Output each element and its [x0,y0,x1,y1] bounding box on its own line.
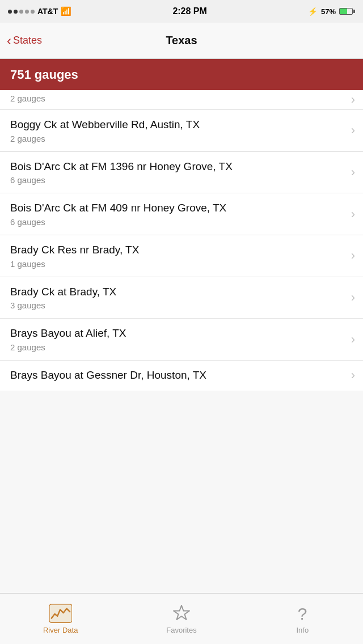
partial-item-subtitle: 2 gauges [10,94,45,103]
tab-info[interactable]: ? Info [242,594,363,644]
item-subtitle: 2 gauges [10,342,340,352]
tab-favorites[interactable]: Favorites [121,594,242,644]
chevron-right-icon: › [351,368,355,383]
chevron-right-icon: › [351,248,355,263]
item-subtitle: 3 gauges [10,300,340,310]
carrier-label: AT&T [37,7,58,16]
item-title: Bois D'Arc Ck at FM 409 nr Honey Grove, … [10,201,340,215]
tab-river-data-label: River Data [43,626,78,634]
page-title: Texas [166,34,197,47]
list-item[interactable]: Bois D'Arc Ck at FM 409 nr Honey Grove, … [0,193,363,235]
status-left: AT&T 📶 [8,6,71,16]
svg-marker-1 [174,605,189,620]
svg-rect-0 [49,604,72,622]
time-label: 2:28 PM [172,6,206,16]
tab-favorites-label: Favorites [166,626,196,634]
back-label: States [13,35,42,46]
item-subtitle: 2 gauges [10,134,340,143]
main-content: 751 gauges 2 gauges › Boggy Ck at Webber… [0,59,363,593]
signal-icon [8,10,35,14]
info-icon: ? [291,603,314,624]
list-item[interactable]: Brady Ck Res nr Brady, TX 1 gauges › [0,235,363,277]
gauge-header: 751 gauges [0,59,363,90]
tab-info-label: Info [296,626,309,634]
partial-list-item[interactable]: 2 gauges › [0,90,363,110]
tab-bar: River Data Favorites ? Info [0,593,363,644]
status-bar: AT&T 📶 2:28 PM ⚡ 57% [0,0,363,23]
bluetooth-icon: ⚡ [308,7,318,16]
chevron-right-icon: › [351,207,355,222]
gauge-count: 751 gauges [10,67,78,82]
back-chevron-icon: ‹ [7,33,11,49]
chevron-right-icon: › [351,92,355,107]
chevron-right-icon: › [351,123,355,138]
chevron-right-icon: › [351,165,355,180]
item-subtitle: 6 gauges [10,175,340,185]
svg-text:?: ? [298,604,307,623]
list-item[interactable]: Brady Ck at Brady, TX 3 gauges › [0,277,363,319]
item-title: Brays Bayou at Gessner Dr, Houston, TX [10,368,340,383]
item-subtitle: 6 gauges [10,217,340,227]
item-title: Boggy Ck at Webberville Rd, Austin, TX [10,118,340,132]
item-subtitle: 1 gauges [10,259,340,269]
list-item[interactable]: Bois D'Arc Ck at FM 1396 nr Honey Grove,… [0,152,363,194]
wifi-icon: 📶 [61,6,71,16]
item-title: Brays Bayou at Alief, TX [10,327,340,341]
item-title: Bois D'Arc Ck at FM 1396 nr Honey Grove,… [10,160,340,174]
list-item[interactable]: Brays Bayou at Alief, TX 2 gauges › [0,319,363,361]
nav-bar: ‹ States Texas [0,23,363,59]
back-button[interactable]: ‹ States [7,33,42,49]
battery-icon [339,8,355,15]
chevron-right-icon: › [351,332,355,347]
gauge-list: Boggy Ck at Webberville Rd, Austin, TX 2… [0,110,363,391]
list-item[interactable]: Boggy Ck at Webberville Rd, Austin, TX 2… [0,110,363,152]
star-icon [170,603,193,624]
item-title: Brady Ck Res nr Brady, TX [10,243,340,257]
tab-river-data[interactable]: River Data [0,594,121,644]
status-right: ⚡ 57% [308,7,355,16]
chevron-right-icon: › [351,290,355,305]
item-title: Brady Ck at Brady, TX [10,285,340,299]
battery-percent: 57% [321,7,336,16]
river-data-icon [49,603,72,624]
list-item[interactable]: Brays Bayou at Gessner Dr, Houston, TX › [0,361,363,391]
